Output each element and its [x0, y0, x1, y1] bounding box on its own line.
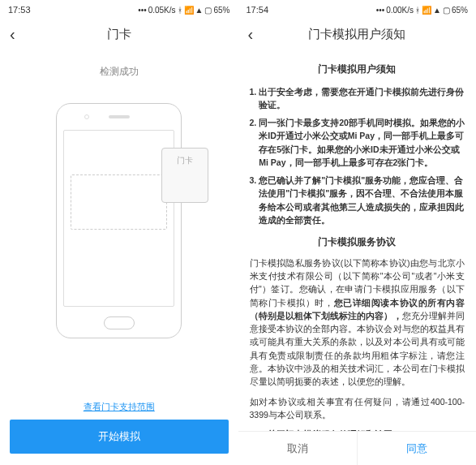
list-item: 3. 您已确认并了解"门卡模拟"服务功能，您应合理、合法使用"门卡模拟"服务，因…	[250, 174, 465, 226]
status-dots: •••	[138, 6, 147, 15]
status-right: ••• 0.00K/s ᚼ 📶 ▲ ▢ 65%	[376, 6, 468, 15]
signal-icon: 📶	[422, 6, 431, 15]
agree-button[interactable]: 同意	[358, 432, 476, 465]
status-battery: 65%	[213, 6, 229, 15]
page-title: 门卡模拟用户须知	[308, 27, 405, 42]
status-time: 17:54	[247, 5, 269, 15]
status-right: ••• 0.05K/s ᚼ 📶 ▲ ▢ 65%	[138, 6, 229, 15]
status-dots: •••	[376, 6, 385, 15]
nav-bar: ‹ 门卡模拟用户须知	[238, 18, 477, 50]
back-button[interactable]: ‹	[248, 25, 254, 44]
status-time: 17:53	[8, 5, 31, 15]
status-bar: 17:53 ••• 0.05K/s ᚼ 📶 ▲ ▢ 65%	[0, 0, 238, 18]
phone-illustration: 门卡	[56, 103, 182, 338]
page-title: 门卡	[107, 27, 131, 42]
nav-bar: ‹ 门卡	[0, 18, 238, 50]
detect-status: 检测成功	[0, 65, 238, 79]
bluetooth-icon: ᚼ	[415, 6, 420, 15]
support-range-link[interactable]: 查看门卡支持范围	[0, 401, 238, 413]
wifi-icon: ▲	[195, 6, 204, 15]
agreement-para: 门卡模拟隐私服务协议(以下简称本协议)由您与北京小米支付技术有限公司（以下简称"…	[250, 256, 465, 389]
card-slot: 门卡	[161, 148, 208, 203]
list-item: 1. 出于安全考虑，需要您在开通门卡模拟前先进行身份验证。	[250, 85, 465, 112]
notice-heading: 门卡模拟用户须知	[250, 62, 465, 77]
screen-door-card: 17:53 ••• 0.05K/s ᚼ 📶 ▲ ▢ 65% ‹ 门卡 检测成功	[0, 0, 238, 465]
status-speed: 0.00K/s	[386, 6, 414, 15]
cancel-button[interactable]: 取消	[238, 432, 357, 465]
start-simulate-button[interactable]: 开始模拟	[10, 420, 229, 454]
agreement-content[interactable]: 门卡模拟用户须知 1. 出于安全考虑，需要您在开通门卡模拟前先进行身份验证。 2…	[238, 50, 477, 431]
agreement-para: 如对本协议或相关事宜有任何疑问，请通过400-100-3399与本公司联系。	[250, 395, 465, 422]
agreement-heading: 门卡模拟服务协议	[250, 235, 465, 250]
notice-list: 1. 出于安全考虑，需要您在开通门卡模拟前先进行身份验证。 2. 同一张门卡最多…	[250, 85, 465, 227]
back-button[interactable]: ‹	[10, 25, 15, 44]
wifi-icon: ▲	[433, 6, 441, 15]
battery-icon: ▢	[443, 6, 450, 15]
signal-icon: 📶	[184, 6, 194, 15]
battery-icon: ▢	[204, 6, 212, 15]
status-battery: 65%	[452, 6, 468, 15]
list-item: 2. 同一张门卡最多支持20部手机同时模拟。如果您的小米ID开通过小米公交或Mi…	[250, 116, 465, 169]
status-bar: 17:54 ••• 0.00K/s ᚼ 📶 ▲ ▢ 65%	[238, 0, 477, 18]
bluetooth-icon: ᚼ	[178, 6, 182, 15]
screen-agreement: 17:54 ••• 0.00K/s ᚼ 📶 ▲ ▢ 65% ‹ 门卡模拟用户须知…	[238, 0, 477, 465]
status-speed: 0.05K/s	[148, 6, 176, 15]
action-bar: 取消 同意	[238, 431, 477, 465]
